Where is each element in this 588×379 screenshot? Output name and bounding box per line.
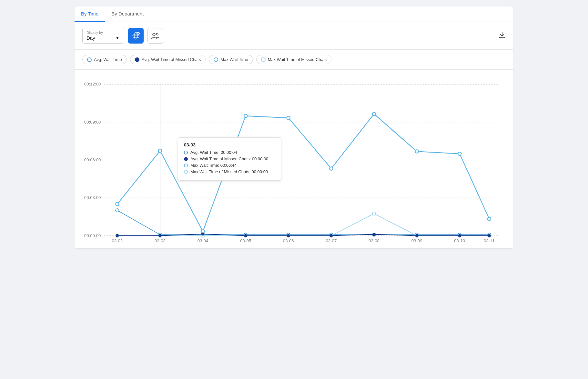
max-wait-dot-0302: [116, 203, 119, 206]
avg-wait-missed-dot: [135, 57, 139, 62]
max-wait-dot: [214, 57, 218, 62]
x-label-0305: 03-05: [240, 238, 251, 243]
tooltip-label-2: Max Wait Time: 00:06:44: [190, 163, 237, 168]
avg-wait-missed-dot-0311: [488, 234, 491, 237]
avg-wait-dot: [87, 57, 92, 62]
x-label-0309: 03-09: [411, 238, 422, 243]
chart-area: 00:12:00 00:09:00 00:06:00 00:03:00 00:0…: [75, 70, 513, 248]
avg-wait-line: [117, 210, 489, 234]
max-wait-missed-dot: [261, 57, 266, 62]
y-label-12: 00:12:00: [84, 82, 101, 86]
max-wait-dot-0310: [458, 152, 461, 155]
tooltip-dot-0: [184, 151, 188, 155]
x-label-0304: 03-04: [198, 238, 208, 243]
legend-max-wait-missed[interactable]: Max Wait Time of Missed Chats: [256, 55, 331, 64]
x-label-0303: 03-03: [155, 238, 166, 243]
display-by-value: Day ▼: [86, 35, 119, 41]
x-label-0302: 03-02: [112, 238, 123, 243]
max-wait-dot-0308: [372, 112, 376, 115]
team-icon: [151, 31, 160, 40]
avg-wait-missed-dot-0303: [159, 234, 161, 237]
legend-filters: Avg. Wait Time Avg. Wait Time of Missed …: [75, 50, 513, 70]
avg-wait-missed-dot-0307: [330, 234, 332, 237]
avg-wait-missed-dot-0302: [116, 234, 118, 237]
team-button[interactable]: [147, 28, 163, 44]
max-wait-dot-0309: [415, 150, 419, 153]
tooltip-label-0: Avg. Wait Time: 00:00:04: [190, 150, 237, 155]
avg-wait-missed-dot-0308: [373, 233, 375, 235]
avg-wait-missed-label: Avg. Wait Time of Missed Chats: [142, 57, 201, 62]
avg-wait-missed-dot-0309: [416, 234, 418, 237]
x-label-0311: 03-11: [484, 238, 495, 243]
legend-max-wait[interactable]: Max Wait Time: [209, 55, 253, 64]
tooltip-label-3: Max Wait Time of Missed Chats: 00:00:00: [190, 169, 268, 174]
tab-bar: By Time By Department: [75, 6, 513, 22]
globe-check-icon: [131, 31, 140, 40]
svg-point-6: [153, 33, 155, 36]
download-icon: [499, 31, 506, 38]
tooltip-row-2: Max Wait Time: 00:06:44: [184, 163, 275, 168]
y-label-0: 00:00:00: [84, 233, 101, 238]
avg-wait-missed-dot-0305: [244, 234, 247, 237]
tooltip-row-1: Avg. Wait Time of Missed Chats: 00:00:00: [184, 156, 275, 161]
max-wait-dot-0303: [158, 149, 162, 152]
line-chart[interactable]: 00:12:00 00:09:00 00:06:00 00:03:00 00:0…: [78, 76, 506, 244]
max-wait-dot-0307: [329, 167, 333, 170]
max-wait-dot-0305: [244, 114, 247, 117]
tooltip-dot-3: [184, 170, 188, 174]
max-wait-label: Max Wait Time: [220, 57, 248, 62]
max-wait-line: [117, 114, 489, 231]
max-wait-dot-0306: [287, 116, 290, 119]
max-wait-missed-label: Max Wait Time of Missed Chats: [268, 57, 327, 62]
tab-by-time[interactable]: By Time: [75, 6, 105, 22]
download-button[interactable]: [499, 31, 506, 40]
chevron-down-icon: ▼: [116, 36, 119, 40]
tooltip-row-3: Max Wait Time of Missed Chats: 00:00:00: [184, 169, 275, 174]
avg-wait-missed-dot-0310: [458, 234, 461, 237]
max-wait-dot-0311: [488, 217, 491, 220]
x-label-0306: 03-06: [283, 238, 294, 243]
main-container: By Time By Department Display by Day ▼: [75, 6, 513, 248]
tooltip-label-1: Avg. Wait Time of Missed Chats: 00:00:00: [190, 156, 268, 161]
avg-wait-missed-dot-0306: [287, 234, 290, 237]
y-label-6: 00:06:00: [84, 157, 101, 162]
tooltip-date: 03-03: [184, 142, 275, 147]
avg-wait-missed-dot-0304: [202, 233, 204, 235]
svg-point-7: [156, 33, 158, 35]
x-label-0308: 03-08: [369, 238, 380, 243]
tooltip-dot-2: [184, 164, 188, 167]
max-wait-missed-dot-0308: [372, 212, 376, 215]
tab-by-department[interactable]: By Department: [105, 6, 150, 22]
globe-button[interactable]: [128, 28, 144, 44]
y-label-9: 00:09:00: [84, 120, 101, 125]
toolbar: Display by Day ▼: [75, 22, 513, 50]
toolbar-left: Display by Day ▼: [82, 28, 163, 44]
x-label-0307: 03-07: [326, 238, 337, 243]
legend-avg-wait-missed[interactable]: Avg. Wait Time of Missed Chats: [130, 55, 206, 64]
chart-tooltip: 03-03 Avg. Wait Time: 00:00:04 Avg. Wait…: [178, 137, 281, 181]
x-label-0310: 03-10: [454, 238, 465, 243]
legend-avg-wait[interactable]: Avg. Wait Time: [82, 55, 127, 64]
y-label-3: 00:03:00: [84, 195, 101, 200]
tooltip-row-0: Avg. Wait Time: 00:00:04: [184, 150, 275, 155]
avg-wait-label: Avg. Wait Time: [94, 57, 122, 62]
display-by-select[interactable]: Display by Day ▼: [82, 28, 124, 44]
tooltip-dot-1: [184, 157, 188, 161]
avg-wait-dot-0302: [116, 209, 119, 212]
max-wait-missed-line: [117, 214, 489, 235]
display-by-label: Display by: [86, 31, 119, 35]
